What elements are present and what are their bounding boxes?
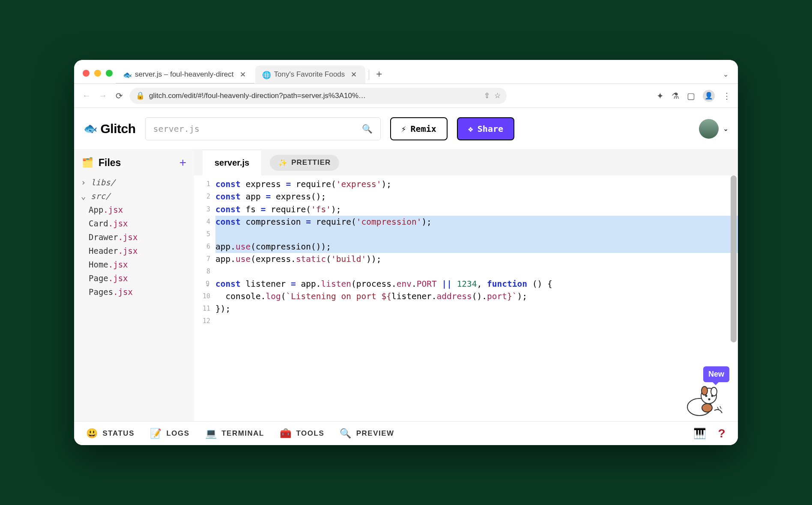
tab-overflow-button[interactable]: ⌄ — [723, 70, 728, 78]
code-line[interactable]: 11}); — [194, 303, 738, 315]
line-number: 2 — [194, 190, 215, 203]
code-area[interactable]: 1const express = require('express');2con… — [194, 175, 738, 421]
files-heading: Files — [99, 157, 121, 169]
zoom-window-icon[interactable] — [106, 70, 113, 77]
file-row[interactable]: Home.jsx — [77, 258, 191, 271]
line-number: 9⌄ — [194, 278, 215, 290]
close-tab-icon[interactable]: ✕ — [349, 70, 358, 79]
browser-tab[interactable]: 🌐 Tony's Favorite Foods ✕ — [255, 65, 366, 83]
search-placeholder: server.js — [153, 124, 200, 134]
remix-button[interactable]: ⚡ Remix — [390, 117, 448, 140]
svg-point-1 — [702, 404, 712, 412]
menu-icon[interactable]: ⋮ — [722, 91, 731, 101]
folder-row[interactable]: libs/ — [77, 175, 191, 189]
line-number: 1 — [194, 178, 215, 190]
piano-icon[interactable]: 🎹 — [693, 428, 707, 440]
url-text: glitch.com/edit/#!/foul-heavenly-directi… — [149, 92, 480, 100]
forward-button[interactable]: → — [97, 91, 108, 101]
search-icon: 🔍 — [362, 124, 373, 134]
lock-icon: 🔒 — [136, 91, 145, 100]
window-controls — [79, 70, 116, 83]
glitch-mascot[interactable]: New — [682, 366, 729, 418]
glitch-brand-text: Glitch — [101, 122, 136, 136]
help-button[interactable]: ? — [718, 427, 726, 440]
browser-titlebar: 🐟 server.js – foul-heavenly-direct ✕🌐 To… — [74, 60, 738, 84]
share-button[interactable]: ❖ Share — [457, 117, 514, 140]
scrollbar[interactable] — [731, 175, 737, 342]
code-line[interactable]: 1const express = require('express'); — [194, 178, 738, 190]
file-row[interactable]: App.jsx — [77, 203, 191, 217]
browser-tab[interactable]: 🐟 server.js – foul-heavenly-direct ✕ — [116, 65, 254, 83]
code-line[interactable]: 7app.use(express.static('build')); — [194, 253, 738, 265]
close-window-icon[interactable] — [83, 70, 90, 77]
reload-button[interactable]: ⟳ — [113, 91, 125, 101]
glitch-fish-icon: 🐟 — [84, 122, 97, 135]
code-line[interactable]: 5 — [194, 228, 738, 241]
footer-terminal[interactable]: 💻TERMINAL — [205, 428, 264, 439]
code-line[interactable]: 9⌄const listener = app.listen(process.en… — [194, 278, 738, 290]
glitch-logo[interactable]: 🐟 Glitch — [84, 122, 136, 136]
footer-status[interactable]: 😃STATUS — [86, 428, 134, 439]
footer-preview[interactable]: 🔍PREVIEW — [340, 428, 394, 439]
tab-divider — [369, 70, 369, 80]
minimize-window-icon[interactable] — [94, 70, 101, 77]
labs-icon[interactable]: ⚗ — [672, 91, 679, 101]
footer-logs[interactable]: 📝LOGS — [150, 428, 190, 439]
prettier-label: PRETTIER — [291, 158, 331, 167]
logs-icon: 📝 — [150, 428, 162, 439]
line-number: 7 — [194, 253, 215, 265]
new-file-button[interactable]: + — [179, 156, 186, 169]
line-number: 4 — [194, 216, 215, 228]
svg-point-4 — [711, 387, 717, 396]
code-line[interactable]: 4const compression = require('compressio… — [194, 216, 738, 228]
sparkle-icon: ✨ — [278, 158, 288, 167]
share-icon[interactable]: ⇧ — [484, 91, 490, 100]
close-tab-icon[interactable]: ✕ — [238, 70, 248, 79]
file-row[interactable]: Drawer.jsx — [77, 230, 191, 244]
file-row[interactable]: Card.jsx — [77, 217, 191, 230]
lightning-icon: ⚡ — [401, 124, 406, 134]
search-input[interactable]: server.js 🔍 — [145, 117, 381, 140]
line-number: 5 — [194, 228, 215, 241]
code-line[interactable]: 8 — [194, 265, 738, 278]
tools-icon: 🧰 — [280, 428, 292, 439]
user-avatar — [699, 119, 719, 139]
share-label: Share — [478, 124, 503, 134]
file-sidebar: 🗂️ Files + libs/src/App.jsxCard.jsxDrawe… — [74, 150, 194, 421]
favicon-icon: 🐟 — [123, 71, 131, 78]
mascot-bubble: New — [703, 366, 729, 382]
code-line[interactable]: 2const app = express(); — [194, 190, 738, 203]
line-number: 11 — [194, 303, 215, 315]
svg-point-6 — [711, 395, 713, 397]
file-row[interactable]: Header.jsx — [77, 244, 191, 258]
panel-icon[interactable]: ▢ — [687, 91, 695, 101]
code-line[interactable]: 10 console.log(`Listening on port ${list… — [194, 290, 738, 303]
address-bar[interactable]: 🔒 glitch.com/edit/#!/foul-heavenly-direc… — [130, 88, 507, 104]
profile-avatar[interactable]: 👤 — [703, 90, 715, 102]
file-row[interactable]: Pages.jsx — [77, 285, 191, 299]
file-row[interactable]: Page.jsx — [77, 271, 191, 285]
app-footer: 😃STATUS📝LOGS💻TERMINAL🧰TOOLS🔍PREVIEW 🎹 ? — [74, 421, 738, 445]
tab-title: Tony's Favorite Foods — [274, 70, 345, 79]
status-icon: 😃 — [86, 428, 99, 439]
dog-icon — [682, 381, 725, 418]
extensions-icon[interactable]: ✦ — [657, 91, 664, 101]
back-button[interactable]: ← — [81, 91, 92, 101]
user-menu[interactable]: ⌄ — [699, 119, 728, 139]
new-tab-button[interactable]: + — [372, 68, 386, 83]
code-editor: server.js ✨ PRETTIER 1const express = re… — [194, 150, 738, 421]
svg-point-7 — [708, 398, 710, 401]
code-line[interactable]: 6app.use(compression()); — [194, 241, 738, 253]
line-number: 8 — [194, 265, 215, 278]
line-number: 6 — [194, 241, 215, 253]
remix-label: Remix — [411, 124, 436, 134]
code-line[interactable]: 12 — [194, 315, 738, 327]
prettier-button[interactable]: ✨ PRETTIER — [270, 155, 339, 171]
editor-tab-active[interactable]: server.js — [203, 150, 261, 175]
line-number: 12 — [194, 315, 215, 327]
footer-tools[interactable]: 🧰TOOLS — [280, 428, 324, 439]
tab-title: server.js – foul-heavenly-direct — [135, 70, 234, 79]
folder-row[interactable]: src/ — [77, 189, 191, 203]
code-line[interactable]: 3const fs = require('fs'); — [194, 203, 738, 216]
bookmark-icon[interactable]: ☆ — [494, 91, 501, 100]
